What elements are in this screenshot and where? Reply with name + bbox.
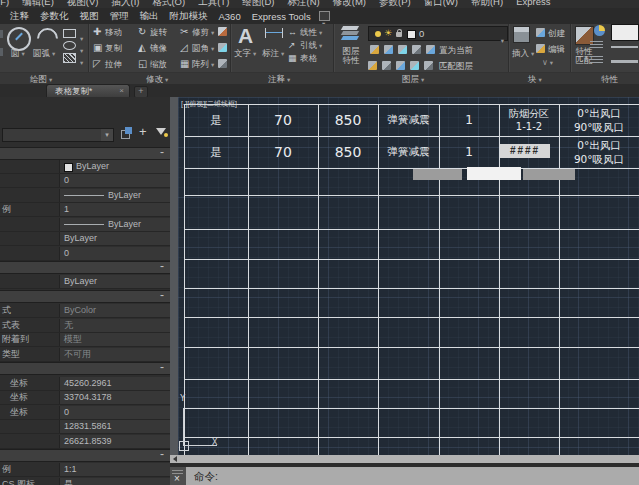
menu-item-modify[interactable]: 修改(M) bbox=[333, 0, 366, 8]
table-cell[interactable]: 70 bbox=[248, 104, 318, 136]
scale-button[interactable]: 缩放 bbox=[150, 59, 167, 71]
ribbon-tab-annotate[interactable]: 注释 bbox=[10, 10, 29, 23]
object-color-swatch[interactable] bbox=[611, 24, 639, 41]
trim-button[interactable]: 修剪 bbox=[192, 27, 214, 39]
ellipse-icon[interactable] bbox=[63, 41, 76, 50]
prop-value[interactable]: 是 bbox=[64, 478, 73, 485]
bulb-icon[interactable] bbox=[375, 31, 381, 37]
menu-item-format[interactable]: 格式(O) bbox=[152, 0, 185, 8]
collapse-icon[interactable]: - bbox=[160, 288, 164, 302]
prop-value[interactable]: 12831.5861 bbox=[64, 420, 112, 433]
lineweight-list-icon[interactable] bbox=[590, 41, 603, 49]
rectangle-icon[interactable] bbox=[63, 29, 76, 38]
horizontal-scrollbar[interactable] bbox=[170, 455, 639, 463]
color-swatch[interactable] bbox=[64, 163, 73, 172]
prop-value[interactable]: 26621.8539 bbox=[64, 435, 112, 448]
leader-button[interactable]: 引线 bbox=[300, 40, 322, 52]
table-button[interactable]: 表格 bbox=[300, 53, 317, 65]
menu-item-parametric[interactable]: 参数(P) bbox=[379, 0, 411, 8]
clipped-line-tool-icon[interactable] bbox=[0, 30, 3, 38]
sun-icon[interactable]: ☀ bbox=[384, 28, 392, 38]
dimension-button[interactable]: 标注 bbox=[262, 48, 284, 60]
layer-color-swatch[interactable] bbox=[407, 30, 416, 39]
table-cell[interactable]: 0°出风口 90°吸风口 bbox=[559, 104, 639, 136]
copy-button[interactable]: 复制 bbox=[105, 43, 122, 55]
array-button[interactable]: 阵列 bbox=[192, 59, 214, 71]
layer-freeze-icon[interactable] bbox=[398, 45, 407, 54]
menu-item-file[interactable]: 文件(F) bbox=[0, 0, 9, 8]
table-cell[interactable]: 是 bbox=[184, 136, 248, 168]
prop-value[interactable]: ByLayer bbox=[64, 232, 97, 245]
menu-item-view[interactable]: 视图(V) bbox=[67, 0, 99, 8]
layer-properties-button[interactable]: 图层 特性 bbox=[338, 47, 364, 65]
pickadd-toggle-icon[interactable] bbox=[125, 127, 132, 134]
close-icon[interactable]: × bbox=[174, 473, 180, 484]
fillet-icon[interactable]: ◿ bbox=[180, 43, 188, 53]
ribbon-tab-output[interactable]: 输出 bbox=[140, 10, 159, 23]
menu-item-window[interactable]: 窗口(W) bbox=[424, 0, 458, 8]
menu-item-tools[interactable]: 工具(T) bbox=[198, 0, 229, 8]
menu-item-help[interactable]: 帮助(H) bbox=[471, 0, 503, 8]
collapse-icon[interactable]: - bbox=[160, 360, 164, 374]
copy-icon[interactable]: ▣ bbox=[93, 43, 102, 53]
layer-tool-icon[interactable] bbox=[410, 61, 419, 70]
table-cell[interactable]: 是 bbox=[184, 104, 248, 136]
edit-button[interactable]: 编辑 bbox=[548, 44, 565, 56]
prop-value[interactable]: 45260.2961 bbox=[64, 377, 112, 390]
close-icon[interactable]: × bbox=[119, 85, 124, 97]
grip-block[interactable] bbox=[523, 169, 575, 180]
select-objects-icon[interactable]: + bbox=[139, 124, 147, 139]
array-icon[interactable]: ▦ bbox=[180, 59, 189, 69]
prop-value[interactable]: ByLayer bbox=[76, 160, 109, 173]
table-icon[interactable]: ▦ bbox=[288, 53, 297, 63]
set-current-button[interactable]: 置为当前 bbox=[439, 45, 473, 57]
section-header-misc[interactable]: - bbox=[0, 449, 170, 462]
layer-tool-icon[interactable] bbox=[396, 61, 405, 70]
palette-title-bar[interactable] bbox=[170, 97, 178, 455]
section-header-general[interactable]: - bbox=[0, 147, 170, 160]
prop-value[interactable]: 1 bbox=[64, 203, 69, 216]
prop-value[interactable]: ByLayer bbox=[64, 275, 97, 288]
stretch-icon[interactable]: ◸ bbox=[93, 59, 101, 69]
text-button[interactable]: 文字 bbox=[234, 48, 256, 60]
move-button[interactable]: 移动 bbox=[105, 27, 122, 39]
table-cell[interactable]: 70 bbox=[248, 136, 318, 168]
document-tab[interactable]: 表格复制* × bbox=[46, 84, 130, 97]
menu-item-insert[interactable]: 插入(I) bbox=[111, 0, 139, 8]
ribbon-tab-express[interactable]: Express Tools bbox=[252, 11, 311, 22]
color-wheel-icon[interactable] bbox=[594, 25, 605, 36]
arc-button[interactable]: 圆弧 bbox=[33, 48, 55, 60]
collapse-icon[interactable]: - bbox=[160, 145, 164, 159]
scroll-left-icon[interactable] bbox=[173, 456, 177, 462]
command-prompt[interactable]: 命令: bbox=[194, 467, 218, 485]
rotate-button[interactable]: 旋转 bbox=[150, 27, 167, 39]
explode-icon[interactable] bbox=[218, 59, 227, 68]
dimension-icon[interactable] bbox=[265, 28, 283, 38]
table-cell[interactable]: 850 bbox=[318, 104, 378, 136]
table-cell[interactable]: 1 bbox=[439, 136, 499, 168]
section-header-view[interactable]: - bbox=[0, 362, 170, 375]
hatch-flyout[interactable] bbox=[78, 51, 83, 69]
trim-icon[interactable]: ✂ bbox=[180, 27, 188, 37]
prop-value[interactable]: ByLayer bbox=[108, 189, 141, 202]
layer-dropdown[interactable]: ☀ 0 bbox=[368, 26, 508, 41]
region-icon[interactable] bbox=[218, 43, 227, 52]
lock-icon[interactable] bbox=[396, 32, 402, 37]
set-current-icon[interactable] bbox=[426, 45, 435, 54]
layer-off-icon[interactable] bbox=[370, 45, 379, 54]
prop-value[interactable]: ByLayer bbox=[108, 218, 141, 231]
collapse-icon[interactable]: - bbox=[160, 447, 164, 461]
grip-block[interactable] bbox=[413, 169, 462, 180]
table-cell[interactable]: 弹簧减震 bbox=[378, 136, 439, 168]
menu-item-edit[interactable]: 编辑(E) bbox=[22, 0, 54, 8]
menu-item-express[interactable]: Express bbox=[516, 0, 550, 8]
layer-tool-icon[interactable] bbox=[368, 61, 377, 70]
menu-item-draw[interactable]: 绘图(D) bbox=[242, 0, 274, 8]
table-cell[interactable]: 1 bbox=[439, 104, 499, 136]
create-button[interactable]: 创建 bbox=[548, 28, 565, 40]
prop-value[interactable]: 33704.3178 bbox=[64, 391, 112, 404]
linetype-sample[interactable] bbox=[611, 60, 638, 63]
fillet-button[interactable]: 圆角 bbox=[192, 43, 214, 55]
prop-value[interactable]: 0 bbox=[64, 174, 69, 187]
linear-icon[interactable]: ↔ bbox=[288, 27, 297, 37]
